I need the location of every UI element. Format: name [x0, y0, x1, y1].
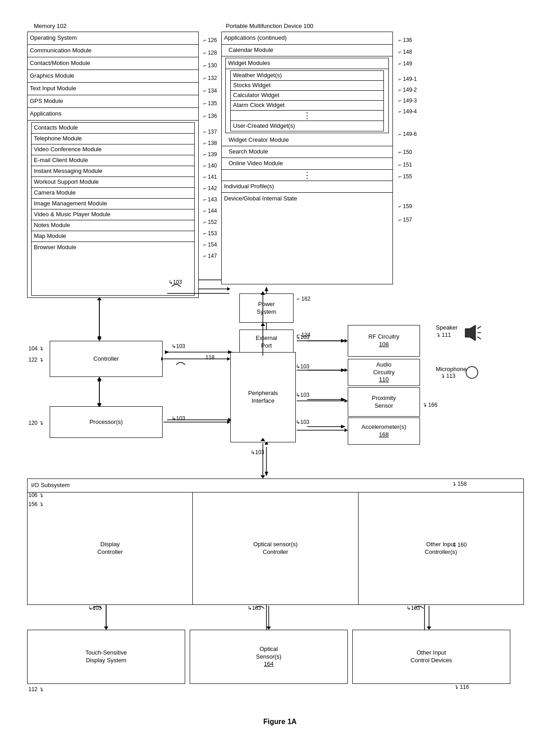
ref-136-r: ⌐ 136 [398, 37, 412, 43]
camera-row: Camera Module [32, 188, 194, 199]
bus-103-pi-accel: ↳103 [296, 419, 309, 425]
microphone-icon [465, 366, 479, 379]
controller-label: Controller [93, 355, 119, 363]
nested-apps-box: Contacts Module Telephone Module Video C… [31, 122, 195, 296]
peripherals-ref-label: 118 [205, 354, 215, 361]
io-subsystem-label: I/O Subsystem [31, 482, 70, 489]
calculator-row: Calculator Widget [231, 91, 383, 101]
contact-row: Contact/Motion Module [28, 57, 198, 70]
optical-controller-label: Optical sensor(s)Controller [253, 541, 298, 556]
svg-marker-71 [266, 627, 271, 630]
apps-label: Applications [30, 110, 61, 118]
svg-marker-5 [341, 368, 345, 372]
proximity-ref-label: ↴ 166 [422, 402, 437, 408]
power-system-box: PowerSystem [239, 293, 294, 323]
ref-141: ⌐ 141 [203, 174, 217, 180]
telephone-row: Telephone Module [32, 134, 194, 144]
power-system-label: PowerSystem [257, 301, 276, 316]
dots-row: ⋮ [231, 111, 383, 121]
speaker-label: Speaker [436, 324, 457, 331]
workout-label: Workout Support Module [34, 178, 99, 186]
rf-circuitry-label: RF Circuitry108 [369, 333, 400, 348]
display-sub-ref-label: 156 ↴ [28, 501, 43, 507]
io-subsystem-box: I/O Subsystem DisplayController Optical … [27, 478, 524, 605]
svg-marker-23 [98, 336, 101, 341]
stocks-label: Stocks Widget [233, 82, 271, 89]
ref-136-left: ⌐ 136 [203, 113, 217, 119]
svg-marker-14 [98, 377, 101, 381]
workout-row: Workout Support Module [32, 177, 194, 188]
speaker-icon [463, 325, 481, 341]
svg-marker-73 [427, 627, 431, 630]
ref-126: ⌐ 126 [203, 37, 217, 43]
svg-marker-11 [165, 350, 169, 354]
weather-row: Weather Widget(s) [231, 71, 383, 81]
svg-marker-51 [227, 357, 230, 361]
widget-modules-box: Widget Modules Weather Widget(s) Stocks … [225, 58, 389, 133]
bus-103-pi-audio: ↳103 [296, 363, 309, 370]
figure-caption: Figure 1A [0, 718, 560, 723]
proximity-sensor-box: ProximitySensor [348, 387, 420, 417]
svg-marker-7 [341, 398, 345, 401]
ref-140: ⌐ 140 [203, 163, 217, 169]
optical-sensors-label: OpticalSensor(s)164 [256, 646, 281, 669]
rf-circuitry-box: RF Circuitry108 [348, 325, 420, 357]
video-music-label: Video & Music Player Module [34, 211, 111, 218]
os-row: Operating System [28, 32, 198, 45]
device-global-row: Device/Global Internal State [222, 193, 392, 204]
other-controller-box: Other InputController(s) [359, 492, 523, 604]
graphics-label: Graphics Module [30, 72, 74, 80]
controller-box: Controller [50, 341, 163, 377]
svg-line-41 [477, 326, 481, 329]
microphone-ref-label: ↴ 113 [440, 373, 455, 379]
peripherals-interface-box: PeripheralsInterface [230, 352, 296, 442]
processor-label: Processor(s) [89, 418, 123, 426]
ref-149-6: ⌐ 149-6 [398, 131, 417, 137]
image-mgmt-row: Image Management Module [32, 199, 194, 209]
audio-ref: 110 [379, 376, 389, 383]
widget-items-box: Weather Widget(s) Stocks Widget Calculat… [230, 70, 384, 131]
svg-marker-58 [345, 339, 348, 343]
graphics-row: Graphics Module [28, 70, 198, 83]
optical-sensors-box: OpticalSensor(s)164 [190, 630, 348, 684]
ref-149-4: ⌐ 149-4 [398, 108, 417, 115]
touch-ref-label: 112 ↴ [28, 686, 43, 692]
browser-row: Browser Module [32, 242, 194, 253]
svg-marker-64 [345, 428, 348, 432]
svg-line-43 [477, 337, 481, 339]
power-ref-label: ⌐ 162 [297, 296, 310, 302]
individual-profiles-label: Individual Profile(s) [224, 183, 274, 190]
apps-cont-header: Applications (continued) [222, 32, 392, 45]
ref-143: ⌐ 143 [203, 196, 217, 203]
other-devices-label: Other InputControl Devices [411, 649, 452, 664]
svg-marker-56 [227, 420, 230, 424]
svg-marker-60 [345, 368, 348, 372]
map-label: Map Module [34, 232, 66, 240]
memory-label: Memory 102 [34, 23, 66, 29]
calendar-label: Calendar Module [229, 46, 273, 54]
microphone-label: Microphone [436, 366, 467, 372]
alarm-label: Alarm Clock Widget [233, 102, 285, 109]
bus-103-ctrl-pi: ↳103 [172, 343, 185, 349]
text-input-label: Text Input Module [30, 85, 76, 93]
external-port-label: ExternalPort [256, 334, 277, 350]
io-controllers-row: DisplayController Optical sensor(s)Contr… [28, 492, 523, 604]
search-label: Search Module [229, 148, 268, 156]
contacts-row: Contacts Module [32, 123, 194, 134]
camera-label: Camera Module [34, 189, 76, 197]
im-label: Instant Messaging Module [34, 167, 103, 175]
widget-creator-label: Widget Creator Module [229, 136, 289, 144]
ref-135: ⌐ 135 [203, 100, 217, 107]
other-devices-box: Other InputControl Devices [352, 630, 510, 684]
processor-box: Processor(s) [50, 406, 163, 438]
touch-display-box: Touch-SensitiveDisplay System [27, 630, 185, 684]
user-widget-label: User-Created Widget(s) [233, 122, 295, 130]
touch-display-label: Touch-SensitiveDisplay System [85, 649, 127, 664]
svg-marker-3 [341, 339, 345, 343]
widget-creator-row: Widget Creator Module [222, 135, 392, 146]
audio-circuitry-box: AudioCircuitry110 [348, 359, 420, 386]
ref-159: ⌐ 159 [398, 203, 412, 209]
svg-marker-53 [97, 377, 102, 380]
email-label: E-mail Client Module [34, 157, 88, 164]
comm-row: Communication Module [28, 45, 198, 57]
